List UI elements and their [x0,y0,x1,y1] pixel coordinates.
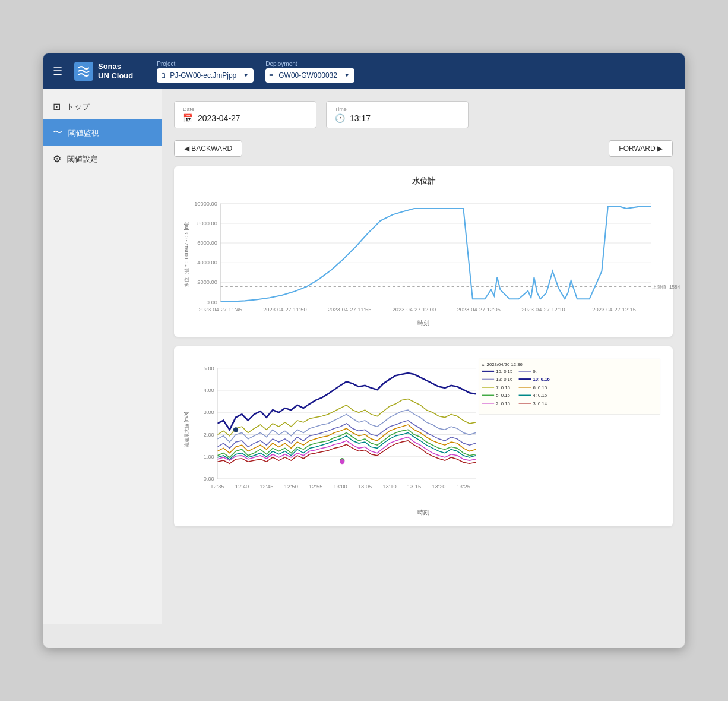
time-field: Time 🕐 13:17 [326,101,469,128]
monitor-icon: 〜 [53,127,62,139]
forward-button[interactable]: FORWARD ▶ [609,140,673,157]
svg-point-74 [340,459,344,464]
svg-text:6000.00: 6000.00 [197,240,217,246]
svg-text:12:40: 12:40 [235,484,249,490]
svg-text:2.00: 2.00 [204,432,214,438]
top-icon: ⊡ [53,101,61,112]
date-field: Date 📅 2023-04-27 [174,101,316,128]
time-value-row: 🕐 13:17 [335,113,460,123]
svg-text:12:50: 12:50 [284,484,298,490]
svg-text:12:35: 12:35 [210,484,224,490]
flow-speed-svg: x: 2023/04/26 12:36 15: 0.15 9: 12: 0.16… [183,356,663,504]
svg-text:13:15: 13:15 [407,484,421,490]
date-value-row: 📅 2023-04-27 [183,113,308,123]
flow-speed-x-label: 時刻 [183,509,663,517]
svg-text:2000.00: 2000.00 [197,279,217,285]
app-frame: ☰ Sonas UN Cloud Project 🗒 PJ-GW00-ec.Jm… [43,53,685,648]
water-level-chart-container: 水位（値 * 0.000947 - 0.5 [m]） 10000.00 8000… [183,191,663,327]
svg-text:2023-04-27 12:05: 2023-04-27 12:05 [457,307,501,312]
svg-text:12:45: 12:45 [259,484,273,490]
flow-speed-chart-container: x: 2023/04/26 12:36 15: 0.15 9: 12: 0.16… [183,356,663,517]
svg-text:0.00: 0.00 [204,476,214,482]
project-selector-group: Project 🗒 PJ-GW00-ec.JmPjpp ▼ [157,61,254,83]
svg-text:2: 0.15: 2: 0.15 [496,401,510,406]
project-icon: 🗒 [160,72,167,79]
svg-text:3.00: 3.00 [204,410,214,416]
header: ☰ Sonas UN Cloud Project 🗒 PJ-GW00-ec.Jm… [43,53,685,89]
svg-text:2023-04-27 12:10: 2023-04-27 12:10 [521,307,565,312]
deployment-icon: ≡ [269,72,273,79]
svg-text:13:20: 13:20 [432,484,445,490]
project-label: Project [157,61,254,67]
sidebar-item-top[interactable]: ⊡ トップ [43,94,162,119]
flow-speed-chart-card: x: 2023/04/26 12:36 15: 0.15 9: 12: 0.16… [174,346,673,526]
menu-icon[interactable]: ☰ [53,65,62,78]
sidebar-item-settings-label: 閾値設定 [67,154,98,165]
svg-text:2023-04-27 11:45: 2023-04-27 11:45 [198,307,242,312]
svg-text:8000.00: 8000.00 [197,220,217,226]
time-value: 13:17 [350,113,371,123]
svg-text:9:: 9: [533,369,536,374]
svg-text:6: 0.15: 6: 0.15 [533,385,547,390]
settings-icon: ⚙ [53,153,61,165]
svg-text:2023-04-27 11:55: 2023-04-27 11:55 [328,307,372,312]
water-level-svg: 水位（値 * 0.000947 - 0.5 [m]） 10000.00 8000… [183,191,663,314]
svg-text:5.00: 5.00 [204,365,214,371]
svg-text:12: 0.16: 12: 0.16 [496,377,512,383]
svg-text:4000.00: 4000.00 [197,260,217,266]
deployment-selector-group: Deployment ≡ GW00-GW000032 ▼ [265,61,354,83]
svg-text:10: 0.16: 10: 0.16 [533,377,550,383]
water-level-x-label: 時刻 [183,319,663,327]
svg-text:上限値: 1584: 上限値: 1584 [652,285,680,290]
date-label: Date [183,106,308,112]
content-area: Date 📅 2023-04-27 Time 🕐 13:17 ◀ BACKWA [162,89,685,624]
svg-text:13:00: 13:00 [334,484,347,490]
svg-text:x: 2023/04/26 12:36: x: 2023/04/26 12:36 [482,362,523,367]
svg-text:3: 0.14: 3: 0.14 [533,401,547,406]
nav-buttons: ◀ BACKWARD FORWARD ▶ [174,140,673,157]
svg-text:13:25: 13:25 [457,484,470,490]
svg-text:2023-04-27 12:00: 2023-04-27 12:00 [393,307,436,312]
deployment-select-wrapper: ≡ GW00-GW000032 ▼ [265,68,354,83]
svg-text:流速最大値 [m/s]: 流速最大値 [m/s] [184,412,189,447]
clock-icon: 🕐 [335,113,345,123]
sidebar-item-threshold-settings[interactable]: ⚙ 閾値設定 [43,146,162,172]
svg-text:15: 0.15: 15: 0.15 [496,369,512,374]
project-select[interactable]: PJ-GW00-ec.JmPjpp [157,68,254,83]
svg-text:7: 0.15: 7: 0.15 [496,385,510,390]
sidebar-item-top-label: トップ [67,102,90,112]
svg-text:2023-04-27 12:15: 2023-04-27 12:15 [592,307,636,312]
svg-text:4.00: 4.00 [204,387,214,393]
svg-text:4: 0.15: 4: 0.15 [533,393,547,399]
water-level-chart-card: 水位計 水位（値 * 0.000947 - 0.5 [m]） [174,166,673,337]
backward-button[interactable]: ◀ BACKWARD [174,140,242,157]
svg-text:12:55: 12:55 [309,484,322,490]
svg-text:13:10: 13:10 [382,484,396,490]
datetime-row: Date 📅 2023-04-27 Time 🕐 13:17 [174,101,673,128]
app-name: Sonas UN Cloud [98,62,133,80]
logo: Sonas UN Cloud [74,62,133,81]
svg-text:0.00: 0.00 [207,299,217,305]
svg-text:13:05: 13:05 [358,484,372,490]
date-value: 2023-04-27 [198,113,240,123]
sidebar: ⊡ トップ 〜 閾値監視 ⚙ 閾値設定 [43,89,162,624]
main-layout: ⊡ トップ 〜 閾値監視 ⚙ 閾値設定 Date 📅 2023-04-27 [43,89,685,624]
svg-text:2023-04-27 11:50: 2023-04-27 11:50 [263,307,307,312]
sidebar-item-threshold-monitor[interactable]: 〜 閾値監視 [43,119,162,146]
deployment-select[interactable]: GW00-GW000032 [265,68,354,83]
time-label: Time [335,106,460,112]
calendar-icon: 📅 [183,113,193,123]
deployment-label: Deployment [265,61,354,67]
svg-point-72 [233,427,238,432]
svg-text:水位（値 * 0.000947 - 0.5 [m]）: 水位（値 * 0.000947 - 0.5 [m]） [184,219,189,287]
water-level-chart-title: 水位計 [183,176,663,187]
project-select-wrapper: 🗒 PJ-GW00-ec.JmPjpp ▼ [157,68,254,83]
sidebar-item-monitor-label: 閾値監視 [68,128,99,138]
svg-text:10000.00: 10000.00 [194,201,217,207]
svg-text:5: 0.15: 5: 0.15 [496,393,510,399]
svg-text:1.00: 1.00 [204,454,214,460]
logo-icon [74,62,93,81]
